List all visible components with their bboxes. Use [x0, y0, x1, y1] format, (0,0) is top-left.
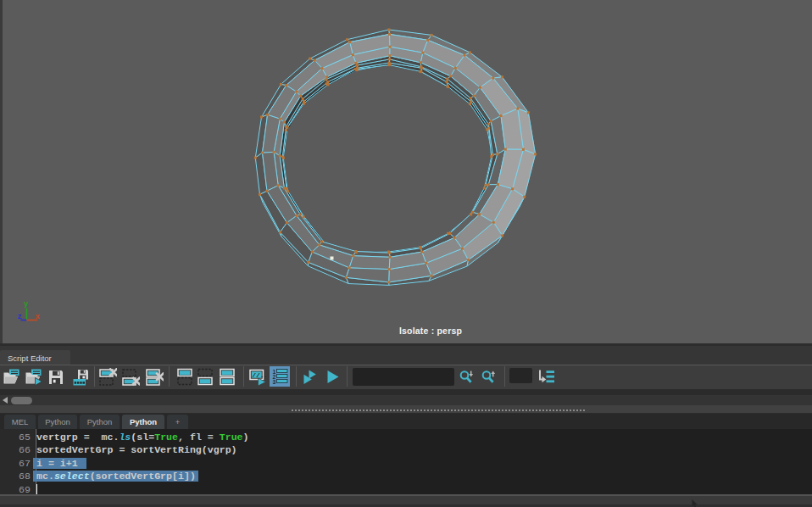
svg-text:3: 3 [273, 379, 276, 385]
svg-text://..: //.. [252, 371, 266, 379]
svg-text:z: z [18, 313, 22, 321]
svg-text:x: x [36, 313, 41, 321]
svg-text:y: y [24, 300, 29, 309]
